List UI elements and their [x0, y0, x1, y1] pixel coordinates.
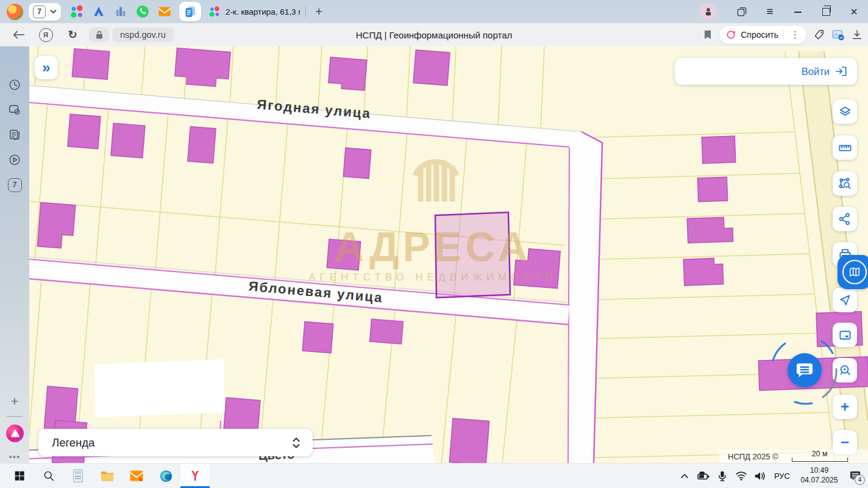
windows-taskbar: РУС 10:49 04.07.2025 4 — [0, 463, 868, 488]
map-attribution-bar: НСПД 2025 © 20 м — [719, 450, 868, 464]
play-icon — [8, 153, 21, 167]
maximize-button[interactable] — [812, 0, 840, 23]
layers-button[interactable] — [833, 99, 857, 124]
tab-listing[interactable]: 2-к. квартира, 61,3 м², 4/1 — [208, 5, 300, 18]
tab-count: 7 — [33, 5, 46, 18]
browser-tab-bar: 7 — [0, 0, 868, 23]
screenshot-camera-icon — [8, 103, 21, 117]
taskbar-calculator[interactable] — [63, 464, 93, 488]
minimize-icon — [794, 10, 802, 13]
zoom-in-button[interactable]: + — [833, 395, 857, 419]
ask-label: Спросить — [741, 30, 778, 40]
ask-spark-icon — [726, 29, 737, 40]
collapse-expand-icon[interactable] — [292, 437, 301, 449]
ask-more-button[interactable]: ⋮ — [786, 29, 804, 40]
browser-side-panel: 7 + ••• — [0, 46, 29, 464]
sidebar-more-button[interactable]: ••• — [7, 449, 22, 464]
docs-icon — [183, 4, 197, 19]
polygon-search-button[interactable] — [833, 171, 857, 196]
chevron-up-icon — [680, 473, 689, 479]
folder-icon — [100, 469, 115, 483]
map-viewport[interactable]: АДРЕСА АГЕНТСТВО НЕДВИЖИМОСТИ Ягодная ул… — [29, 46, 868, 464]
scale-label: 20 м — [792, 450, 848, 458]
mail-icon — [129, 469, 144, 483]
sidebar-add-button[interactable]: + — [7, 394, 22, 409]
articles-button[interactable] — [7, 127, 22, 142]
pinned-tab-building[interactable] — [113, 4, 128, 19]
login-panel[interactable]: Войти — [675, 58, 857, 85]
alice-triangle-icon — [11, 429, 20, 437]
plus-icon: + — [841, 400, 849, 414]
address-bar[interactable]: nspd.gov.ru — [112, 27, 174, 42]
bookmark-icon[interactable] — [703, 29, 713, 40]
watermark-title: АДРЕСА — [334, 223, 531, 270]
toolbar-right: Спросить ⋮ — [703, 25, 863, 45]
double-chevron-icon: » — [42, 60, 50, 75]
tray-expand-button[interactable] — [676, 464, 692, 488]
pinned-tab-avito[interactable] — [69, 4, 84, 19]
location-search-button[interactable] — [833, 358, 857, 382]
pinned-tab-whatsapp[interactable] — [135, 4, 150, 19]
blue-a-icon — [92, 5, 105, 18]
tray-device-button[interactable] — [695, 464, 711, 488]
restore-icon — [822, 8, 830, 16]
location-search-icon — [838, 364, 852, 378]
extension-tag-icon[interactable] — [813, 29, 825, 41]
menu-button[interactable]: ≡ — [756, 0, 784, 23]
my-location-button[interactable] — [833, 288, 857, 312]
reload-button[interactable]: ↻ — [62, 28, 83, 41]
minimap-button[interactable] — [833, 323, 857, 347]
yandex-icon: Я — [39, 28, 53, 42]
pinned-tab-a-service[interactable] — [91, 4, 106, 19]
tab-counter-button[interactable]: 7 — [29, 3, 61, 21]
taskbar-clock[interactable]: 10:49 04.07.2025 — [796, 466, 842, 486]
close-button[interactable]: ✕ — [840, 0, 868, 23]
alice-assistant-button[interactable] — [6, 425, 24, 442]
notes-icon — [8, 128, 21, 142]
building-icon — [114, 5, 127, 18]
tab-panels-button[interactable] — [728, 0, 756, 23]
start-button[interactable] — [5, 464, 34, 488]
tray-microphone-button[interactable] — [714, 464, 730, 488]
media-button[interactable] — [7, 152, 22, 167]
tray-network-button[interactable] — [733, 464, 749, 488]
window-controls: ≡ ✕ — [700, 0, 868, 23]
wifi-icon — [735, 471, 747, 481]
profile-avatar[interactable] — [700, 3, 717, 20]
browser-logo-icon[interactable] — [7, 4, 23, 20]
back-button[interactable] — [9, 29, 29, 40]
ruler-icon — [838, 141, 852, 155]
ask-ai-button[interactable]: Спросить ⋮ — [719, 25, 807, 45]
legend-title: Легенда — [52, 436, 94, 450]
tray-volume-button[interactable] — [752, 464, 768, 488]
cadastral-map[interactable]: АДРЕСА АГЕНТСТВО НЕДВИЖИМОСТИ Ягодная ул… — [29, 46, 868, 464]
site-security-chip[interactable] — [89, 27, 109, 42]
new-tab-button[interactable]: + — [311, 5, 326, 18]
windows-icon — [14, 470, 25, 481]
map-mode-callout[interactable] — [838, 255, 868, 289]
history-button[interactable] — [7, 77, 22, 92]
back-arrow-icon — [12, 29, 26, 40]
sidebar-divider — [7, 416, 23, 417]
pinned-tab-mail[interactable] — [157, 4, 172, 19]
language-indicator[interactable]: РУС — [770, 472, 794, 481]
tab-title: 2-к. квартира, 61,3 м², 4/1 — [226, 7, 300, 16]
taskbar-mail[interactable] — [122, 464, 151, 488]
expand-panel-button[interactable]: » — [35, 56, 58, 79]
taskbar-yandex-browser-active[interactable] — [180, 464, 210, 488]
share-button[interactable] — [833, 207, 857, 231]
taskbar-edge[interactable] — [151, 464, 180, 488]
extension-screenshot-icon[interactable] — [831, 28, 845, 41]
taskbar-file-explorer[interactable] — [93, 464, 122, 488]
measure-button[interactable] — [833, 135, 857, 160]
taskbar-search-button[interactable] — [34, 464, 63, 488]
notification-center-button[interactable]: 4 — [845, 464, 866, 488]
support-chat-button[interactable] — [788, 353, 822, 387]
tabs-panel-button[interactable]: 7 — [7, 178, 22, 192]
download-icon[interactable] — [851, 29, 863, 41]
yandex-search-button[interactable]: Я — [35, 28, 56, 42]
legend-panel[interactable]: Легенда — [38, 429, 313, 456]
minimize-button[interactable] — [784, 0, 812, 23]
screenshot-button[interactable] — [7, 102, 22, 117]
pinned-tab-docs-active[interactable] — [179, 2, 201, 21]
